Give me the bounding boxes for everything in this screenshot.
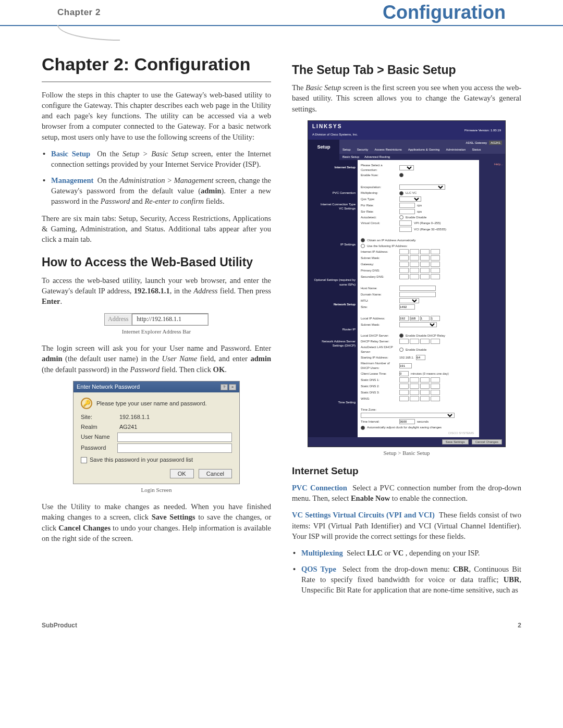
login-dialog: Enter Network Password ? × 🔑 Please type… (73, 381, 240, 484)
subtab-adv-routing[interactable]: Advanced Routing (364, 155, 390, 159)
login-body: 🔑 Please type your user name and passwor… (74, 392, 239, 484)
tab-status[interactable]: Status (469, 146, 484, 153)
shot-sidebar: Internet Setup PVC Connection Internet C… (308, 160, 358, 437)
access-paragraph: To access the web-based utility, launch … (42, 275, 271, 307)
address-bar-caption: Internet Explorer Address Bar (42, 328, 271, 336)
close-icon[interactable]: × (229, 384, 236, 390)
pvc-select[interactable] (399, 165, 414, 170)
qos-select[interactable] (399, 196, 421, 202)
chapter-title: Chapter 2: Configuration (42, 52, 271, 82)
bullet-management: Management On the Administration > Manag… (51, 175, 271, 207)
footer-product: SubProduct (42, 622, 77, 629)
tabs-paragraph: There are six main tabs: Setup, Security… (42, 213, 271, 245)
save-password-checkbox[interactable] (81, 457, 87, 463)
window-buttons: ? × (221, 384, 236, 390)
sub-tabs: Basic Setup Advanced Routing (339, 154, 505, 160)
address-url: http://192.168.1.1 (132, 314, 208, 325)
login-site-row: Site: 192.168.1.1 (81, 413, 232, 421)
page-header: Chapter 2 Configuration (0, 0, 563, 26)
heading-internet-setup: Internet Setup (292, 464, 521, 478)
bullet-multiplexing: Multiplexing Select LLC or VC , dependin… (301, 548, 521, 558)
vc-bullets: Multiplexing Select LLC or VC , dependin… (292, 548, 521, 595)
key-icon: 🔑 (81, 398, 92, 409)
login-username-row: User Name (81, 433, 232, 442)
tab-setup[interactable]: Setup (339, 146, 354, 153)
bullet-qos: QOS Type Select from the drop-down menu:… (301, 564, 521, 596)
page-content: Chapter 2: Configuration Follow the step… (0, 26, 563, 618)
shot-main: Please Select a Connection: Enable Now: … (358, 160, 479, 437)
brand-bar: LINKSYS A Division of Cisco Systems, Inc… (308, 121, 505, 140)
heading-setup-tab: The Setup Tab > Basic Setup (292, 61, 521, 78)
footer-page-number: 2 (518, 622, 521, 629)
save-settings-button[interactable]: Save Settings (442, 439, 469, 445)
password-input[interactable] (117, 443, 232, 453)
login-prompt: 🔑 Please type your user name and passwor… (81, 398, 232, 409)
shot-caption: Setup > Basic Setup (292, 449, 521, 457)
cancel-changes-button[interactable]: Cancel Changes (472, 439, 502, 445)
login-title-text: Enter Network Password (77, 383, 140, 391)
intro-paragraph: Follow the steps in this chapter to use … (42, 90, 271, 142)
timezone-select[interactable] (361, 413, 455, 418)
tab-admin[interactable]: Administration (443, 146, 469, 153)
vc-paragraph: VC Settings Virtual Circuits (VPI and VC… (292, 510, 521, 541)
heading-access-utility: How to Access the Web-Based Utility (42, 254, 271, 270)
config-header-title: Configuration (383, 2, 506, 23)
address-bar-image: Address http://192.168.1.1 (104, 313, 209, 326)
login-buttons: OK Cancel (81, 467, 232, 478)
left-column: Chapter 2: Configuration Follow the step… (42, 52, 271, 602)
bullet-basic-setup: Basic Setup On the Setup > Basic Setup s… (51, 149, 271, 170)
login-realm-row: Realm AG241 (81, 423, 232, 431)
save-password-row: Save this password in your password list (81, 456, 232, 464)
tab-area: Setup ADSL Gateway AG241 Setup Security … (308, 140, 505, 160)
basic-setup-screenshot: LINKSYS A Division of Cisco Systems, Inc… (308, 120, 506, 447)
setup-tab-label: Setup (308, 140, 339, 160)
setup-intro: The Basic Setup screen is the first scre… (292, 82, 521, 114)
pvc-paragraph: PVC Connection Select a PVC connection n… (292, 483, 521, 504)
address-label: Address (105, 314, 132, 325)
subtab-basic-setup[interactable]: Basic Setup (342, 155, 359, 159)
enable-now-checkbox[interactable] (399, 173, 403, 177)
help-link[interactable]: Help... (481, 162, 503, 166)
login-titlebar: Enter Network Password ? × (74, 381, 239, 392)
shot-body: Internet Setup PVC Connection Internet C… (308, 160, 505, 437)
right-column: The Setup Tab > Basic Setup The Basic Se… (292, 52, 521, 602)
page-footer: SubProduct 2 (0, 618, 563, 639)
ok-button[interactable]: OK (170, 469, 194, 478)
encapsulation-select[interactable] (399, 184, 445, 190)
shot-help-column: Help... (479, 160, 505, 437)
tab-apps[interactable]: Applications & Gaming (405, 146, 443, 153)
login-caption: Login Screen (42, 486, 271, 494)
intro-bullets: Basic Setup On the Setup > Basic Setup s… (42, 149, 271, 206)
username-input[interactable] (117, 433, 232, 442)
main-tabs: Setup Security Access Restrictions Appli… (339, 146, 505, 153)
shot-savebar: Save Settings Cancel Changes (308, 437, 505, 447)
tab-security[interactable]: Security (354, 146, 372, 153)
cancel-button[interactable]: Cancel (199, 469, 232, 478)
final-paragraph: Use the Utility to make changes as neede… (42, 501, 271, 544)
login-password-row: Password (81, 443, 232, 453)
help-icon[interactable]: ? (221, 384, 228, 390)
chapter-number-label: Chapter 2 (57, 7, 101, 18)
tab-access[interactable]: Access Restrictions (371, 146, 405, 153)
login-paragraph: The login screen will ask you for your U… (42, 343, 271, 375)
